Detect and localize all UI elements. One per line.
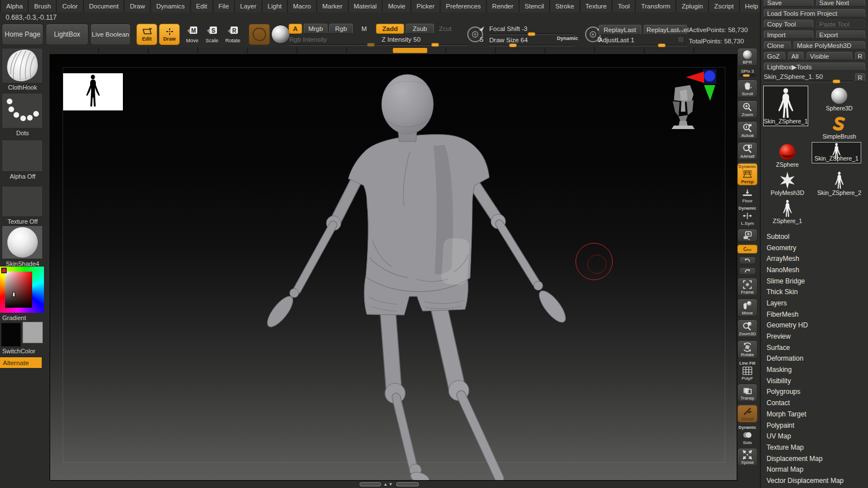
menu-item[interactable]: Render [487,0,519,12]
spix-slider[interactable] [739,74,756,77]
tool-thumbnail[interactable]: Sphere3D [812,86,867,113]
tool-thumbnail[interactable]: Skin_ZSphere_1 [812,142,861,163]
tool-section-header[interactable]: Slime Bridge [761,276,868,287]
saturation-square[interactable] [5,272,32,308]
right-shelf-button[interactable]: Dynamic Solo [737,425,758,445]
secondary-color-swatch[interactable] [23,322,43,343]
m-button[interactable]: M [357,24,371,34]
menu-item[interactable]: Transform [636,0,675,12]
tool-section-header[interactable]: ArrayMesh [761,253,868,264]
right-shelf-button[interactable]: Actual [737,121,758,139]
move-button[interactable]: M Move [185,26,200,44]
menu-item[interactable]: Stroke [550,0,579,12]
home-page-button[interactable]: Home Page [2,24,43,45]
tool-thumbnail[interactable]: SimpleBrush [812,114,867,141]
tool-section-header[interactable]: Preview [761,331,868,342]
all-button[interactable]: All [788,52,804,60]
right-shelf-button[interactable]: Scroll [737,79,758,97]
mrgb-button[interactable]: Mrgb [304,24,327,34]
right-shelf-button[interactable]: Ghost [737,405,758,423]
zcut-button[interactable]: Zcut [436,24,454,34]
right-shelf-button[interactable]: SPix 3 [737,69,758,77]
menu-item[interactable]: File [214,0,234,12]
menu-item[interactable]: Material [349,0,382,12]
scrollbar-arrows-icon[interactable]: ▲▼ [383,482,393,487]
tool-section-header[interactable]: Geometry HD [761,320,868,331]
right-shelf-button[interactable]: Zoom3D [737,320,758,338]
replay-last-button[interactable]: ReplayLast [599,25,641,35]
menu-item[interactable]: Movie [383,0,410,12]
right-shelf-button[interactable]: Rotate [737,340,758,358]
menu-item[interactable]: Brush [29,0,56,12]
goz-r-button[interactable]: R [855,52,865,60]
edit-button[interactable]: Edit [136,24,157,45]
clone-button[interactable]: Clone [764,41,791,50]
tool-thumbnail[interactable]: ZSphere_1 [763,198,812,225]
shelf-divider-strip[interactable] [50,47,737,54]
tool-thumbnail[interactable]: Skin_ZSphere_2 [812,170,867,197]
menu-item[interactable]: Alpha [1,0,28,12]
menu-item[interactable]: Light [263,0,287,12]
menu-item[interactable]: Marker [317,0,348,12]
lightbox-tools-button[interactable]: Lightbox▶Tools [764,63,865,71]
tool-section-header[interactable]: NanoMesh [761,264,868,276]
rotate-button[interactable]: R Rotate [225,26,240,44]
texture-thumbnail[interactable] [2,186,43,217]
tool-section-header[interactable]: Thick Skin [761,286,868,298]
tool-section-header[interactable]: Deformation [761,353,868,365]
alpha-thumbnail[interactable] [2,140,43,172]
tool-section-header[interactable]: Visibility [761,375,868,387]
focal-shift-slider[interactable]: Focal Shift -3 [489,25,574,37]
goz-button[interactable]: GoZ [764,52,785,60]
tool-section-header[interactable]: Contact [761,397,868,409]
tool-section-header[interactable]: Geometry [761,242,868,254]
right-shelf-button[interactable]: Transp [737,384,758,402]
alternate-button[interactable]: Alternate [0,357,42,368]
shelf-widget[interactable] [679,37,683,42]
switch-color-label[interactable]: SwitchColor [0,348,45,354]
tool-section-header[interactable]: Polygroups [761,387,868,398]
zsub-button[interactable]: Zsub [406,24,434,34]
menu-item[interactable]: Edit [191,0,212,12]
menu-item[interactable]: Stencil [520,0,550,12]
save-button[interactable]: Save [764,0,813,7]
rgb-intensity-slider[interactable]: Rgb Intensity [289,36,374,47]
menu-item[interactable]: Dynamics [151,0,189,12]
tool-section-header[interactable]: Displacement Map [761,453,868,464]
tool-section-header[interactable]: FiberMesh [761,309,868,320]
current-material-button[interactable] [271,25,290,44]
menu-item[interactable]: Picker [411,0,440,12]
save-next-button[interactable]: Save Next [816,0,866,7]
right-shelf-button[interactable]: Frame [737,278,758,296]
right-shelf-button[interactable] [739,256,756,264]
visible-button[interactable]: Visible [807,52,852,60]
right-shelf-button[interactable]: BPR [737,48,758,66]
document-canvas[interactable] [50,54,737,481]
active-tool-slider[interactable]: Skin_ZSphere_1. 50 [764,73,852,82]
brush-thumbnail[interactable] [2,48,43,83]
h-scrollbar-right[interactable] [396,482,419,486]
tool-section-header[interactable]: Vector Displacement Map [761,475,868,486]
tool-section-header[interactable]: Subtool [761,231,868,242]
shelf-widget[interactable] [679,26,683,30]
right-shelf-button[interactable]: Gxyz [737,245,758,254]
menu-item[interactable]: Preferences [441,0,486,12]
menu-item[interactable]: Color [57,0,82,12]
h-scrollbar-left[interactable] [360,482,381,486]
material-thumbnail[interactable] [2,225,43,259]
current-brush-button[interactable] [249,24,270,45]
import-button[interactable]: Import [764,30,813,39]
right-shelf-button[interactable]: Line Fill PolyF [737,361,758,381]
main-color-swatch[interactable] [1,323,21,347]
dynamic-label[interactable]: Dynamic [557,36,578,41]
menu-item[interactable]: Zplugin [676,0,708,12]
gradient-label[interactable]: Gradient [0,314,45,321]
menu-item[interactable]: Tool [613,0,635,12]
active-segment[interactable] [393,48,427,53]
export-button[interactable]: Export [816,30,866,39]
tool-thumbnail[interactable]: PolyMesh3D [763,170,812,197]
rgb-button[interactable]: Rgb [329,24,353,34]
copy-tool-button[interactable]: Copy Tool [764,20,813,28]
stroke-dial-icon[interactable]: S [466,24,486,45]
lightbox-button[interactable]: LightBox [46,24,88,45]
